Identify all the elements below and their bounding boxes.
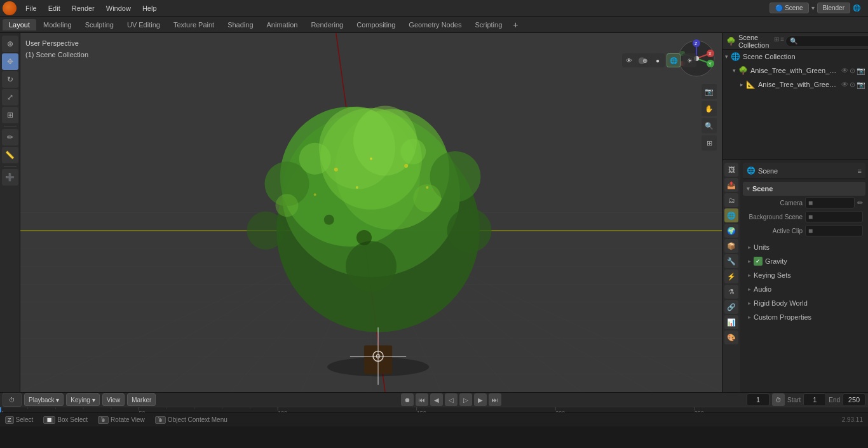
world-props-icon[interactable]: 🌍: [724, 224, 738, 238]
tab-texture-paint[interactable]: Texture Paint: [167, 19, 220, 31]
item-render-0[interactable]: 📷: [857, 67, 865, 75]
tab-scripting[interactable]: Scripting: [468, 19, 508, 31]
jump-start-btn[interactable]: ⏮: [416, 393, 428, 406]
item-visibility-0[interactable]: 👁: [841, 67, 848, 75]
output-props-icon[interactable]: 📤: [724, 178, 738, 192]
modifier-props-icon[interactable]: 🔧: [724, 254, 738, 268]
tab-geometry-nodes[interactable]: Geometry Nodes: [402, 19, 468, 31]
scene-props-icon[interactable]: 🌐: [724, 208, 738, 222]
item-visibility-1[interactable]: 👁: [841, 81, 848, 89]
tab-layout[interactable]: Layout: [3, 19, 36, 31]
rendered-shading-btn[interactable]: ☀: [682, 53, 696, 67]
scene-collection-item[interactable]: ▾ 🌐 Scene Collection: [722, 50, 868, 64]
view-menu-btn[interactable]: View: [76, 35, 98, 48]
object-props-icon[interactable]: 📦: [724, 239, 738, 253]
measure-tool-btn[interactable]: 📏: [2, 147, 18, 163]
tab-sculpting[interactable]: Sculpting: [79, 19, 120, 31]
props-options-icon[interactable]: ≡: [858, 167, 862, 175]
scene-section-header[interactable]: ▾ Scene: [743, 182, 865, 196]
clock-icon[interactable]: ⏱: [772, 393, 785, 406]
camera-edit-icon[interactable]: ✏: [857, 199, 863, 207]
menu-file[interactable]: File: [20, 3, 42, 13]
record-btn[interactable]: ⏺: [401, 393, 414, 406]
outliner-item-0[interactable]: ▾ 🌳 Anise_Tree_with_Green_Fruit 👁 ⊙ 📷: [722, 64, 868, 78]
next-frame-btn[interactable]: ▶: [474, 393, 487, 406]
rotate-tool-btn[interactable]: ↻: [2, 71, 18, 88]
start-frame-value[interactable]: 1: [803, 393, 826, 406]
add-object-btn[interactable]: ➕: [2, 169, 18, 186]
timeline-type-selector[interactable]: ⏱: [3, 393, 22, 407]
playhead[interactable]: [0, 407, 1, 412]
tab-compositing[interactable]: Compositing: [350, 19, 402, 31]
material-preview-btn[interactable]: 🌐: [667, 53, 681, 67]
custom-props-section-item[interactable]: ▸ Custom Properties: [743, 310, 865, 324]
prev-frame-btn[interactable]: ◀: [430, 393, 443, 406]
keying-menu-btn[interactable]: Keying ▾: [66, 393, 99, 406]
gravity-checkbox[interactable]: ✓: [754, 257, 763, 266]
menu-window[interactable]: Window: [101, 3, 136, 13]
engine-selector[interactable]: 🔵 Scene: [770, 3, 808, 13]
camera-view-btn[interactable]: 📷: [702, 84, 717, 99]
view-menu-btn-tl[interactable]: View: [102, 393, 125, 406]
menu-render[interactable]: Render: [67, 3, 100, 13]
outliner-search[interactable]: [785, 36, 868, 47]
playback-menu-btn[interactable]: Playback ▾: [24, 393, 64, 406]
sort-icon[interactable]: ≡: [780, 36, 784, 47]
overlay-toggle-btn[interactable]: 👁: [622, 53, 636, 67]
transform-tool-btn[interactable]: ⊞: [2, 107, 18, 123]
camera-prop-value[interactable]: ◼: [805, 197, 855, 208]
play-reverse-btn[interactable]: ◁: [445, 393, 458, 406]
outliner-item-1[interactable]: ▸ 📐 Anise_Tree_with_Green_! 👁 ⊙ 📷: [722, 78, 868, 92]
units-section-item[interactable]: ▸ Units: [743, 240, 865, 254]
play-btn[interactable]: ▷: [459, 393, 472, 406]
cursor-tool-btn[interactable]: ⊕: [2, 36, 18, 52]
tab-uv-editing[interactable]: UV Editing: [121, 19, 166, 31]
solid-shading-btn[interactable]: ●: [651, 53, 665, 67]
hand-tool-btn[interactable]: ✋: [702, 101, 717, 116]
current-frame-input[interactable]: [747, 393, 770, 406]
rigid-body-section-item[interactable]: ▸ Rigid Body World: [743, 296, 865, 310]
add-workspace-button[interactable]: +: [509, 18, 522, 31]
svg-text:200: 200: [555, 410, 565, 412]
select-menu-btn[interactable]: Select: [100, 35, 127, 48]
audio-section-item[interactable]: ▸ Audio: [743, 282, 865, 296]
material-props-icon[interactable]: 🎨: [724, 330, 738, 344]
gizmo-toggle-btn[interactable]: ⊕: [638, 53, 652, 67]
bg-scene-prop-value[interactable]: ◼: [805, 211, 863, 222]
active-clip-prop-value[interactable]: ◼: [805, 225, 863, 236]
transform-selector[interactable]: 🌐 Global ▾: [604, 35, 646, 48]
object-mode-selector[interactable]: Object Mode ▾: [23, 35, 73, 48]
constraint-props-icon[interactable]: 🔗: [724, 300, 738, 314]
view-layer-props-icon[interactable]: 🗂: [724, 193, 738, 207]
scale-tool-btn[interactable]: ⤢: [2, 89, 18, 105]
object-menu-btn[interactable]: Object: [153, 35, 180, 48]
tab-modeling[interactable]: Modeling: [37, 19, 78, 31]
timeline-ruler[interactable]: 1 50 100 150 200 250: [0, 407, 868, 412]
move-tool-btn[interactable]: ✥: [2, 53, 18, 70]
tab-animation[interactable]: Animation: [261, 19, 304, 31]
zoom-btn[interactable]: 🔍: [702, 118, 717, 133]
tab-shading[interactable]: Shading: [221, 19, 259, 31]
jump-end-btn[interactable]: ⏭: [489, 393, 501, 406]
item-render-1[interactable]: 📷: [857, 81, 865, 89]
view-layer-label[interactable]: Blender: [817, 3, 850, 13]
menu-help[interactable]: Help: [137, 3, 162, 13]
tab-rendering[interactable]: Rendering: [304, 19, 349, 31]
data-props-icon[interactable]: 📊: [724, 315, 738, 329]
gravity-section-item[interactable]: ▸ ✓ Gravity: [743, 254, 865, 268]
viewport-3d[interactable]: Object Mode ▾ View Select Add Object 🌐 G…: [20, 33, 722, 392]
particle-props-icon[interactable]: ⚡: [724, 269, 738, 283]
end-frame-value[interactable]: 250: [843, 393, 865, 406]
menu-edit[interactable]: Edit: [43, 3, 65, 13]
annotate-tool-btn[interactable]: ✏: [2, 129, 18, 146]
marker-menu-btn[interactable]: Marker: [127, 393, 156, 406]
filter-icon[interactable]: ⊞: [774, 36, 779, 47]
add-menu-btn[interactable]: Add: [130, 35, 150, 48]
item-viewport-0[interactable]: ⊙: [850, 67, 855, 75]
render-props-icon[interactable]: 🖼: [724, 163, 738, 177]
physics-props-icon[interactable]: ⚗: [724, 285, 738, 299]
layout-toggle-btn[interactable]: ⊞: [702, 135, 717, 151]
snap-btn[interactable]: 🧲: [648, 35, 665, 48]
keying-sets-section-item[interactable]: ▸ Keying Sets: [743, 268, 865, 282]
item-viewport-1[interactable]: ⊙: [850, 81, 855, 89]
